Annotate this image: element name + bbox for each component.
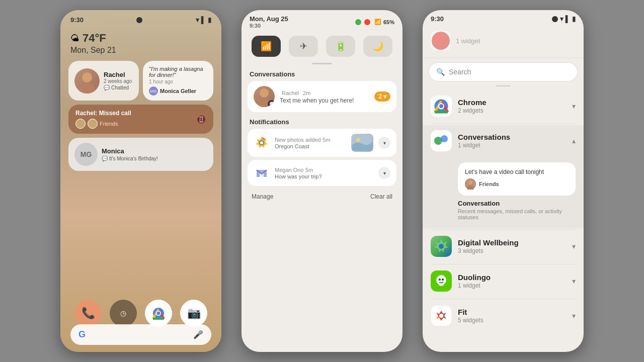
gmail-notif-sub: How was your trip? <box>275 173 373 179</box>
status-time: 9:30 <box>70 16 84 24</box>
widget-name: Conversation <box>458 200 576 207</box>
gmail-expand-btn[interactable]: ▾ <box>378 167 390 179</box>
fit-count: 5 widgets <box>458 317 572 324</box>
rachel-status: 💬 Chatted <box>104 85 133 90</box>
duolingo-count: 1 widget <box>458 282 572 289</box>
weather-temp: 74°F <box>83 32 106 45</box>
quote-widget[interactable]: "I'm making a lasagna for dinner!" 1 hou… <box>143 61 213 101</box>
status-bar-home: 9:30 ▾ ▌ ▮ <box>60 10 221 28</box>
search-input[interactable]: Search <box>449 68 570 76</box>
battery-saver-icon: 🔋 <box>335 41 346 52</box>
airplane-toggle[interactable]: ✈ <box>289 36 318 57</box>
duo-divider <box>431 299 576 299</box>
svg-point-10 <box>260 141 263 144</box>
wifi-toggle-icon: 📶 <box>261 41 272 52</box>
wifi-toggle[interactable]: 📶 <box>252 36 281 57</box>
svg-point-28 <box>439 279 441 281</box>
notif-date: Mon, Aug 25 <box>250 15 288 23</box>
message-counter[interactable]: 2 ▾ <box>374 92 390 102</box>
conversations-section: Conversations 1 widget ▴ Let's have a vi… <box>423 125 584 228</box>
missed-call-text: Rachel: Missed call <box>75 110 131 117</box>
clear-all-button[interactable]: Clear all <box>370 193 392 200</box>
manage-button[interactable]: Manage <box>252 193 273 200</box>
dock-camera[interactable]: 📷 <box>180 300 207 327</box>
monica-info: Monica 💬 It's Monica's Birthday! <box>102 147 207 161</box>
record-dot <box>355 19 361 25</box>
photos-notif-content: New photos added 5m Oregon Coast <box>275 136 346 149</box>
svg-point-18 <box>439 104 443 108</box>
gmail-notification[interactable]: Megan Ono 5m How was your trip? ▾ <box>248 160 396 186</box>
preview-avatar <box>465 178 476 190</box>
wp-wifi: ▾ <box>560 15 564 23</box>
chrome-row[interactable]: Chrome 2 widgets ▾ <box>423 90 584 122</box>
preview-quote: Let's have a video call tonight <box>465 168 569 175</box>
mic-rec-dot <box>364 19 370 25</box>
weather-icon: 🌤 <box>70 33 79 44</box>
rachel-info: Rachel 2 weeks ago 💬 Chatted <box>104 71 133 90</box>
rachel-name: Rachel <box>104 71 133 78</box>
conv-divider <box>431 229 576 230</box>
battery-icon: ▮ <box>208 16 211 24</box>
wp-signal: ▌ <box>566 15 570 23</box>
duolingo-info: Duolingo 1 widget <box>458 273 572 289</box>
mic-icon[interactable]: 🎤 <box>193 330 203 339</box>
airplane-icon: ✈ <box>300 41 307 52</box>
monica-widget-name: Monica <box>102 147 207 155</box>
monica-avatar: MG <box>74 143 98 166</box>
svg-point-1 <box>79 83 95 94</box>
duolingo-row[interactable]: Duolingo 1 widget ▾ <box>423 265 584 297</box>
fit-section: Fit 5 widgets ▾ <box>423 300 584 332</box>
friends-row: Friends <box>75 119 131 129</box>
rachel-conv-info: Rachel 2m Text me when you get here! <box>280 89 369 104</box>
conversations-icon <box>431 130 452 151</box>
home-screen: 9:30 ▾ ▌ ▮ 🌤 74°F Mon, Sep 21 <box>60 10 221 352</box>
svg-point-12 <box>356 138 360 142</box>
svg-point-21 <box>441 135 448 142</box>
dw-icon <box>431 236 452 257</box>
rachel-conv-msg: Text me when you get here! <box>280 97 369 104</box>
dock-chrome[interactable] <box>145 300 172 327</box>
battery-saver-toggle[interactable]: 🔋 <box>326 36 355 57</box>
monica-status: 💬 It's Monica's Birthday! <box>102 156 207 161</box>
preview-person: Friends <box>465 178 569 190</box>
svg-point-5 <box>157 312 160 315</box>
signal-icon: ▌ <box>201 16 206 24</box>
quote-time: 1 hour ago <box>149 79 207 84</box>
wp-search-bar[interactable]: 🔍 Search <box>429 62 578 81</box>
rachel-conversation-card[interactable]: 💬 Rachel 2m Text me when you get here! 2… <box>248 81 396 112</box>
gmail-app-icon <box>254 165 270 181</box>
svg-point-30 <box>439 314 443 318</box>
gmail-notif-content: Megan Ono 5m How was your trip? <box>275 166 373 179</box>
photos-notification[interactable]: New photos added 5m Oregon Coast ▾ <box>248 129 396 157</box>
prev-widget-item: 1 widget <box>423 28 584 54</box>
wifi-icon-notif: 📶 <box>374 19 381 25</box>
dock-clock[interactable]: ◷ <box>110 300 137 327</box>
rachel-conv-avatar: 💬 <box>254 86 275 107</box>
rachel-widget[interactable]: Rachel 2 weeks ago 💬 Chatted <box>68 61 139 101</box>
dw-row[interactable]: Digital Wellbeing 3 widgets ▾ <box>423 231 584 262</box>
gmail-time: 5m <box>305 167 313 173</box>
dock-phone[interactable]: 📞 <box>74 300 102 327</box>
chrome-name: Chrome <box>458 98 572 107</box>
chrome-count: 2 widgets <box>458 107 572 114</box>
photos-time: 5m <box>323 137 330 143</box>
photos-expand-btn[interactable]: ▾ <box>378 137 390 149</box>
night-mode-toggle[interactable]: 🌙 <box>363 36 392 57</box>
conversations-preview[interactable]: Let's have a video call tonight Friends <box>458 162 576 196</box>
battery-info: 📶 65% <box>355 19 394 25</box>
search-bar[interactable]: G 🎤 <box>70 324 211 345</box>
search-icon: 🔍 <box>436 68 445 76</box>
fit-icon <box>431 305 452 326</box>
wp-divider <box>496 85 511 86</box>
conversations-row[interactable]: Conversations 1 widget ▴ <box>423 125 584 156</box>
svg-point-0 <box>82 72 92 82</box>
fit-row[interactable]: Fit 5 widgets ▾ <box>423 300 584 331</box>
dw-count: 3 widgets <box>458 247 572 254</box>
panel-divider <box>312 63 332 64</box>
dw-chevron: ▾ <box>572 242 576 250</box>
chrome-divider <box>431 124 576 124</box>
svg-point-14 <box>432 32 450 50</box>
missed-call-widget[interactable]: Rachel: Missed call Friends 📵 <box>68 105 213 134</box>
birthday-icon: 💬 <box>102 156 108 161</box>
monica-widget[interactable]: MG Monica 💬 It's Monica's Birthday! <box>68 138 213 171</box>
